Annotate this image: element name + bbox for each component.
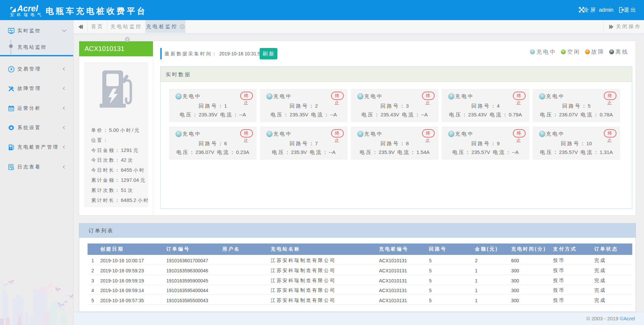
svg-text:¥: ¥ (10, 67, 12, 71)
